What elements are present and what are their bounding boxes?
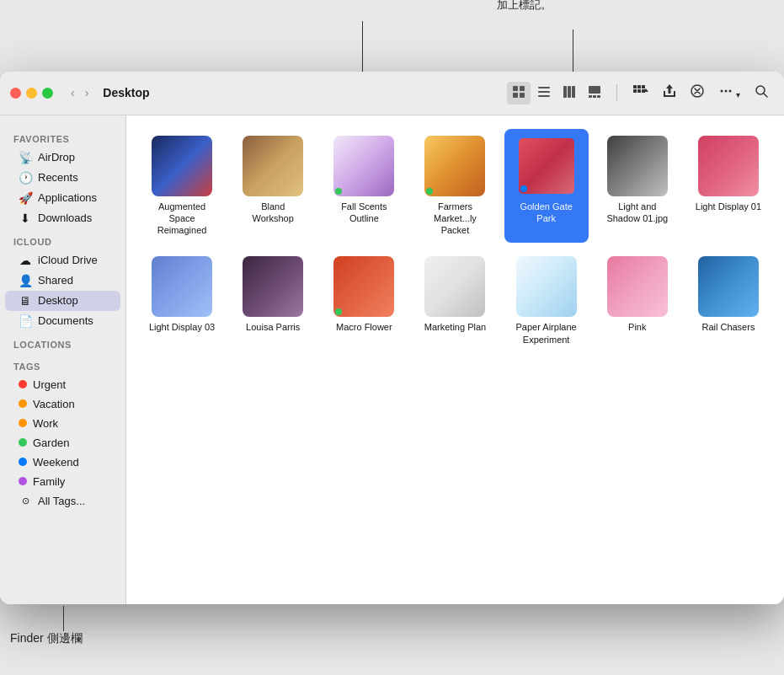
file-item-golden[interactable]: Golden Gate Park — [504, 129, 589, 244]
traffic-lights — [10, 88, 53, 99]
file-name-bland: Bland Workshop — [239, 201, 307, 225]
sidebar-item-downloads[interactable]: ⬇ Downloads — [5, 208, 120, 228]
file-thumb-pink — [607, 256, 668, 317]
tag-indicator-fall — [335, 188, 342, 195]
file-item-bland[interactable]: Bland Workshop — [231, 129, 315, 244]
file-grid: Augmented Space ReimaginedBland Workshop… — [140, 129, 771, 352]
view-icon-list[interactable] — [532, 82, 556, 104]
sidebar-label-airdrop: AirDrop — [38, 151, 75, 163]
weekend-dot — [19, 458, 27, 466]
sidebar-item-family[interactable]: Family — [5, 472, 120, 491]
file-name-light-display03: Light Display 03 — [149, 321, 215, 333]
window-title: Desktop — [103, 86, 499, 99]
tag-button[interactable] — [685, 81, 710, 104]
documents-icon: 📄 — [19, 314, 32, 328]
sidebar-item-airdrop[interactable]: 📡 AirDrop — [5, 147, 120, 168]
file-item-light-shadow[interactable]: Light and Shadow 01.jpg — [595, 129, 680, 244]
sidebar-item-icloud-drive[interactable]: ☁ iCloud Drive — [5, 250, 120, 271]
tag-indicator-farmers — [426, 188, 433, 195]
file-thumb-rail — [698, 256, 759, 317]
minimize-button[interactable] — [26, 88, 37, 99]
search-button[interactable] — [749, 82, 774, 104]
svg-rect-8 — [568, 86, 571, 98]
view-icon-gallery[interactable] — [583, 82, 606, 104]
group-button[interactable] — [627, 82, 654, 104]
work-dot — [19, 419, 27, 427]
file-name-fall: Fall Scents Outline — [330, 201, 397, 225]
view-mode-buttons — [507, 82, 606, 104]
file-item-macro[interactable]: Macro Flower — [322, 249, 406, 352]
tag-indicator-macro — [335, 308, 342, 315]
file-thumb-bland — [243, 136, 303, 196]
shared-icon: 👤 — [19, 274, 32, 287]
file-thumb-light-display03 — [152, 256, 212, 317]
share-button[interactable] — [658, 81, 681, 104]
svg-rect-3 — [520, 93, 525, 98]
file-thumb-light-shadow — [607, 136, 668, 196]
svg-rect-15 — [637, 85, 641, 88]
sidebar-label-weekend: Weekend — [33, 456, 79, 469]
back-button[interactable]: ‹ — [67, 83, 79, 102]
file-item-fall[interactable]: Fall Scents Outline — [322, 129, 406, 244]
view-icon-grid[interactable] — [507, 82, 531, 104]
file-thumb-louisa — [243, 256, 303, 317]
file-item-farmers[interactable]: Farmers Market...ly Packet — [413, 129, 497, 244]
sidebar-label-shared: Shared — [38, 274, 73, 287]
svg-rect-9 — [572, 86, 575, 98]
sidebar-section-icloud: iCloud — [0, 228, 125, 250]
desktop-icon: 🖥 — [19, 294, 32, 308]
file-item-rail[interactable]: Rail Chasers — [686, 249, 771, 352]
sidebar-label-work: Work — [33, 417, 58, 430]
svg-rect-13 — [597, 95, 600, 98]
sidebar-item-vacation[interactable]: Vacation — [5, 394, 120, 414]
sidebar-item-work[interactable]: Work — [5, 414, 120, 433]
svg-point-23 — [724, 90, 727, 93]
sidebar-item-documents[interactable]: 📄 Documents — [5, 311, 120, 331]
fullscreen-button[interactable] — [42, 88, 53, 99]
sidebar-item-recents[interactable]: 🕐 Recents — [5, 168, 120, 188]
title-bar: ‹ › Desktop — [0, 72, 784, 115]
sidebar-item-shared[interactable]: 👤 Shared — [5, 271, 120, 291]
sidebar-item-desktop[interactable]: 🖥 Desktop — [5, 291, 120, 311]
sidebar-section-tags: Tags — [0, 353, 125, 375]
svg-rect-2 — [513, 93, 518, 98]
forward-button[interactable]: › — [81, 83, 93, 102]
sidebar-section-locations: Locations — [0, 331, 125, 353]
svg-rect-12 — [593, 95, 596, 98]
file-item-light-display01[interactable]: Light Display 01 — [686, 129, 771, 244]
file-name-macro: Macro Flower — [336, 321, 392, 333]
file-item-pink[interactable]: Pink — [595, 249, 680, 352]
sidebar: Favorites 📡 AirDrop 🕐 Recents 🚀 Applicat… — [0, 115, 126, 604]
applications-icon: 🚀 — [19, 191, 32, 205]
nav-arrows: ‹ › — [67, 83, 93, 102]
svg-rect-1 — [520, 86, 525, 91]
sidebar-bottom-label: Finder 側邊欄 — [10, 631, 83, 646]
toolbar-divider-1 — [616, 84, 617, 101]
file-name-golden: Golden Gate Park — [513, 201, 580, 225]
sidebar-item-garden[interactable]: Garden — [5, 433, 120, 453]
finder-body: Favorites 📡 AirDrop 🕐 Recents 🚀 Applicat… — [0, 115, 784, 604]
more-button[interactable]: ▾ — [713, 81, 746, 104]
file-item-louisa[interactable]: Louisa Parris — [231, 249, 315, 352]
icloud-drive-icon: ☁ — [19, 254, 32, 267]
file-item-light-display03[interactable]: Light Display 03 — [140, 249, 224, 352]
file-thumb-light-display01 — [698, 136, 759, 196]
file-item-paper[interactable]: Paper Airplane Experiment — [504, 249, 589, 352]
sidebar-label-all-tags: All Tags... — [38, 495, 85, 507]
sidebar-item-urgent[interactable]: Urgent — [5, 375, 120, 394]
sidebar-label-recents: Recents — [38, 171, 78, 184]
file-name-pink: Pink — [628, 321, 646, 333]
file-item-augmented[interactable]: Augmented Space Reimagined — [140, 129, 224, 244]
file-name-light-display01: Light Display 01 — [696, 201, 761, 212]
view-icon-columns[interactable] — [557, 82, 581, 104]
sidebar-item-all-tags[interactable]: ⊙ All Tags... — [5, 491, 120, 511]
sidebar-section-favorites: Favorites — [0, 126, 125, 147]
sidebar-item-weekend[interactable]: Weekend — [5, 453, 120, 472]
svg-rect-17 — [633, 89, 637, 93]
close-button[interactable] — [10, 88, 21, 99]
family-dot — [19, 477, 27, 485]
file-item-marketing[interactable]: Marketing Plan — [413, 249, 497, 352]
file-thumb-macro — [333, 256, 394, 317]
sidebar-item-applications[interactable]: 🚀 Applications — [5, 188, 120, 208]
svg-rect-18 — [637, 89, 641, 93]
